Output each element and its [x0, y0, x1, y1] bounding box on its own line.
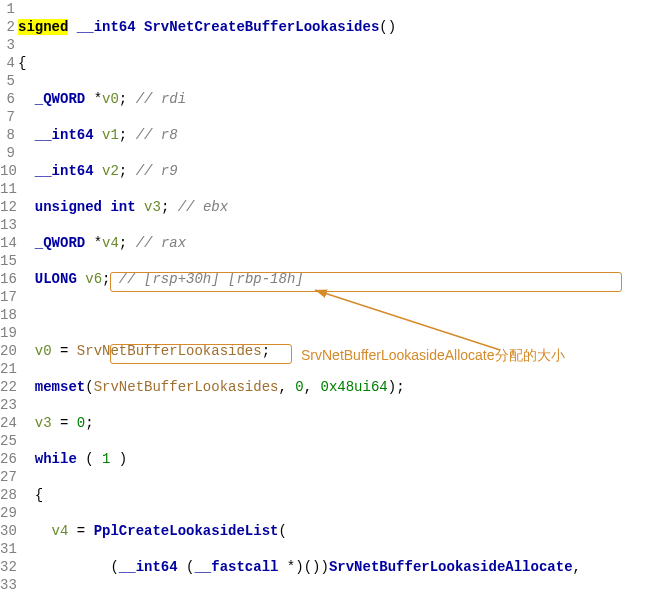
- code-body[interactable]: signed __int64 SrvNetCreateBufferLookasi…: [18, 0, 581, 595]
- code-line: __int64 v2; // r9: [18, 162, 581, 180]
- line-number: 9: [0, 144, 15, 162]
- line-number: 7: [0, 108, 15, 126]
- line-number: 26: [0, 450, 15, 468]
- code-container: 1 2 3 4 5 6 7 8 9 10 11 12 13 14 15 16 1…: [0, 0, 671, 595]
- comment: // r8: [136, 127, 178, 143]
- line-number: 10: [0, 162, 15, 180]
- line-number: 19: [0, 324, 15, 342]
- function-name: SrvNetCreateBufferLookasides: [144, 19, 379, 35]
- line-number: 22: [0, 378, 15, 396]
- code-line: memset(SrvNetBufferLookasides, 0, 0x48ui…: [18, 378, 581, 396]
- code-line: [18, 306, 581, 324]
- code-line: {: [18, 486, 581, 504]
- line-number: 14: [0, 234, 15, 252]
- line-number: 18: [0, 306, 15, 324]
- code-line: __int64 v1; // r8: [18, 126, 581, 144]
- code-line: {: [18, 54, 581, 72]
- line-number: 2: [0, 18, 15, 36]
- code-line: v3 = 0;: [18, 414, 581, 432]
- line-number: 25: [0, 432, 15, 450]
- code-line: while ( 1 ): [18, 450, 581, 468]
- line-number: 31: [0, 540, 15, 558]
- code-line: signed __int64 SrvNetCreateBufferLookasi…: [18, 18, 581, 36]
- line-number: 4: [0, 54, 15, 72]
- code-line: ULONG v6; // [rsp+30h] [rbp-18h]: [18, 270, 581, 288]
- code-line: v0 = SrvNetBufferLookasides;: [18, 342, 581, 360]
- line-number: 16: [0, 270, 15, 288]
- line-number-gutter: 1 2 3 4 5 6 7 8 9 10 11 12 13 14 15 16 1…: [0, 0, 18, 595]
- line-number: 32: [0, 558, 15, 576]
- line-number: 28: [0, 486, 15, 504]
- comment: // rdi: [136, 91, 186, 107]
- comment: // r9: [136, 163, 178, 179]
- line-number: 24: [0, 414, 15, 432]
- code-line: _QWORD *v4; // rax: [18, 234, 581, 252]
- line-number: 29: [0, 504, 15, 522]
- line-number: 12: [0, 198, 15, 216]
- line-number: 11: [0, 180, 15, 198]
- line-number: 20: [0, 342, 15, 360]
- line-number: 13: [0, 216, 15, 234]
- code-line: v4 = PplCreateLookasideList(: [18, 522, 581, 540]
- line-number: 27: [0, 468, 15, 486]
- code-line: _QWORD *v0; // rdi: [18, 90, 581, 108]
- code-line: (__int64 (__fastcall *)())SrvNetBufferLo…: [18, 558, 581, 576]
- global-var: SrvNetBufferLookasides: [77, 343, 262, 359]
- line-number: 1: [0, 0, 15, 18]
- comment: // [rsp+30h] [rbp-18h]: [119, 271, 304, 287]
- line-number: 15: [0, 252, 15, 270]
- line-number: 8: [0, 126, 15, 144]
- keyword-signed: signed: [18, 19, 68, 35]
- comment: // rax: [136, 235, 186, 251]
- line-number: 21: [0, 360, 15, 378]
- code-line: unsigned int v3; // ebx: [18, 198, 581, 216]
- line-number: 33: [0, 576, 15, 594]
- line-number: 23: [0, 396, 15, 414]
- line-number: 5: [0, 72, 15, 90]
- comment: // ebx: [178, 199, 228, 215]
- line-number: 3: [0, 36, 15, 54]
- line-number: 17: [0, 288, 15, 306]
- line-number: 6: [0, 90, 15, 108]
- line-number: 30: [0, 522, 15, 540]
